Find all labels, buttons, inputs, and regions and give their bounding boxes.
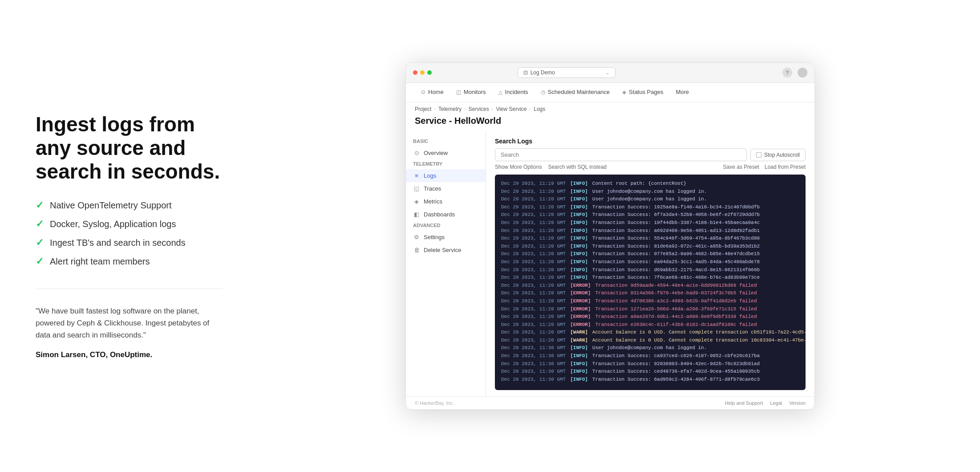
check-icon-3: ✓ xyxy=(36,237,44,248)
log-timestamp: Dec 29 2023, 11:20 GMT xyxy=(501,337,566,345)
log-level: [INFO] xyxy=(569,376,589,384)
log-line: Dec 29 2023, 11:20 GMT[INFO]Transaction … xyxy=(501,227,799,235)
log-timestamp: Dec 29 2023, 11:30 GMT xyxy=(501,344,566,352)
address-expand-icon: ⌄ xyxy=(605,69,610,76)
log-line: Dec 29 2023, 11:20 GMT[ERROR]Transaction… xyxy=(501,289,799,297)
search-bar-row: Stop Autoscroll xyxy=(495,148,806,161)
log-line: Dec 29 2023, 11:20 GMT[INFO]User johndoe… xyxy=(501,195,799,203)
log-timestamp: Dec 29 2023, 11:30 GMT xyxy=(501,352,566,360)
log-message: Transaction Success: 554c946f-3d69-4754-… xyxy=(592,235,760,243)
address-bar[interactable]: ⊡ Log Demo ⌄ xyxy=(518,67,616,78)
autoscroll-label: Stop Autoscroll xyxy=(764,152,800,158)
nav-more-label: More xyxy=(676,89,689,95)
sidebar-item-overview[interactable]: ⊙ Overview xyxy=(406,146,486,159)
log-level: [ERROR] xyxy=(569,297,591,305)
feature-item-1: ✓ Native OpenTelemetry Support xyxy=(36,199,223,211)
overview-icon: ⊙ xyxy=(413,150,420,156)
load-preset-link[interactable]: Load from Preset xyxy=(765,164,806,170)
breadcrumb-project[interactable]: Project xyxy=(415,106,431,112)
log-line: Dec 29 2023, 11:20 GMT[INFO]Transaction … xyxy=(501,243,799,251)
log-line: Dec 29 2023, 11:20 GMT[INFO]Transaction … xyxy=(501,211,799,219)
quote-author: Simon Larsen, CTO, OneUptime. xyxy=(36,350,223,359)
sidebar-telemetry-label: Telemetry xyxy=(406,159,486,169)
breadcrumb-sep-2: › xyxy=(464,106,466,112)
breadcrumb-telemetry[interactable]: Telemetry xyxy=(438,106,462,112)
nav-more[interactable]: More xyxy=(669,83,695,102)
log-line: Dec 29 2023, 11:20 GMT[INFO]Transaction … xyxy=(501,266,799,274)
breadcrumb-sep-3: › xyxy=(492,106,494,112)
log-level: [INFO] xyxy=(569,360,589,368)
log-message: Transaction Success: 7f6cae68-e81c-468e-… xyxy=(592,274,760,282)
log-timestamp: Dec 29 2023, 11:20 GMT xyxy=(501,235,566,243)
log-timestamp: Dec 29 2023, 11:20 GMT xyxy=(501,297,566,305)
right-panel: ⊡ Log Demo ⌄ ? ⊙ Home ◫ Monitors xyxy=(249,53,980,419)
nav-incidents-label: Incidents xyxy=(505,89,528,95)
log-timestamp: Dec 29 2023, 11:30 GMT xyxy=(501,376,566,384)
log-level: [INFO] xyxy=(569,203,589,212)
log-timestamp: Dec 29 2023, 11:20 GMT xyxy=(501,313,566,321)
nav-scheduled[interactable]: ◷ Scheduled Maintenance xyxy=(535,83,616,102)
log-timestamp: Dec 29 2023, 11:20 GMT xyxy=(501,250,566,258)
log-level: [INFO] xyxy=(569,368,589,376)
help-icon[interactable]: ? xyxy=(782,68,792,77)
breadcrumb-logs[interactable]: Logs xyxy=(534,106,545,112)
breadcrumb-services[interactable]: Services xyxy=(469,106,489,112)
log-level: [INFO] xyxy=(569,211,589,219)
sidebar-advanced-label: Advanced xyxy=(406,221,486,231)
browser-window: ⊡ Log Demo ⌄ ? ⊙ Home ◫ Monitors xyxy=(405,62,815,410)
save-preset-link[interactable]: Save as Preset xyxy=(723,164,759,170)
breadcrumb-sep-1: › xyxy=(434,106,436,112)
breadcrumb: Project › Telemetry › Services › View Se… xyxy=(406,102,814,114)
sidebar-item-logs[interactable]: ≡ Logs xyxy=(406,169,486,182)
log-message: User johndoe@company.com has logged in. xyxy=(592,188,707,196)
home-icon: ⊙ xyxy=(421,89,425,95)
log-level: [ERROR] xyxy=(569,289,591,297)
browser-chrome: ⊡ Log Demo ⌄ ? xyxy=(406,63,814,83)
feature-item-4: ✓ Alert right team members xyxy=(36,256,223,267)
sidebar-settings-label: Settings xyxy=(424,234,445,240)
feature-label-2: Docker, Syslog, Application logs xyxy=(50,219,176,229)
log-timestamp: Dec 29 2023, 11:20 GMT xyxy=(501,188,566,196)
log-viewer[interactable]: Dec 29 2023, 11:19 GMT[INFO]Content root… xyxy=(495,175,806,390)
log-message: Transaction 1271ea26-506d-46da-a298-3f69… xyxy=(595,305,757,313)
autoscroll-button[interactable]: Stop Autoscroll xyxy=(750,149,806,161)
avatar-icon[interactable] xyxy=(798,68,807,77)
nav-home-label: Home xyxy=(428,89,444,95)
app-footer: © HackerBay, Inc. Help and Support Legal… xyxy=(406,396,814,409)
log-line: Dec 29 2023, 11:30 GMT[INFO]User johndoe… xyxy=(501,344,799,352)
search-input[interactable] xyxy=(495,148,747,161)
autoscroll-checkbox xyxy=(756,152,761,158)
footer-help-link[interactable]: Help and Support xyxy=(725,400,763,406)
log-line: Dec 29 2023, 11:20 GMT[ERROR]Transaction… xyxy=(501,313,799,321)
log-timestamp: Dec 29 2023, 11:20 GMT xyxy=(501,321,566,329)
nav-status[interactable]: ◈ Status Pages xyxy=(616,83,669,102)
show-more-options-link[interactable]: Show More Options xyxy=(495,164,542,170)
log-timestamp: Dec 29 2023, 11:20 GMT xyxy=(501,211,566,219)
sidebar-item-traces[interactable]: ◱ Traces xyxy=(406,182,486,195)
nav-monitors[interactable]: ◫ Monitors xyxy=(450,83,492,102)
address-bar-text: Log Demo xyxy=(530,69,555,76)
breadcrumb-view-service[interactable]: View Service xyxy=(496,106,526,112)
nav-home[interactable]: ⊙ Home xyxy=(415,83,450,102)
log-message: Transaction Success: 077e85a2-0a96-4682-… xyxy=(592,250,760,258)
log-line: Dec 29 2023, 11:20 GMT[WARN]Account bala… xyxy=(501,337,799,345)
traces-icon: ◱ xyxy=(413,185,420,192)
nav-incidents[interactable]: △ Incidents xyxy=(492,83,535,102)
footer-legal-link[interactable]: Legal xyxy=(770,400,782,406)
left-panel: Ingest logs from any source and search i… xyxy=(0,86,249,386)
log-timestamp: Dec 29 2023, 11:30 GMT xyxy=(501,360,566,368)
log-level: [INFO] xyxy=(569,227,589,235)
log-line: Dec 29 2023, 11:20 GMT[INFO]Transaction … xyxy=(501,250,799,258)
sql-search-link[interactable]: Search with SQL instead xyxy=(548,164,607,170)
footer-version-link[interactable]: Version xyxy=(789,400,806,406)
log-message: Transaction Success: ea04da25-3cc1-4ad5-… xyxy=(592,258,760,266)
app-content: ⊙ Home ◫ Monitors △ Incidents ◷ Schedule… xyxy=(406,83,814,409)
log-timestamp: Dec 29 2023, 11:20 GMT xyxy=(501,274,566,282)
log-timestamp: Dec 29 2023, 11:20 GMT xyxy=(501,266,566,274)
sidebar-item-delete-service[interactable]: 🗑 Delete Service xyxy=(406,244,486,256)
sidebar-item-dashboards[interactable]: ◧ Dashboards xyxy=(406,208,486,221)
log-message: Transaction Success: ced49736-efa7-402d-… xyxy=(592,368,760,376)
nav-status-label: Status Pages xyxy=(629,89,663,95)
sidebar-item-settings[interactable]: ⚙ Settings xyxy=(406,231,486,244)
sidebar-item-metrics[interactable]: ◈ Metrics xyxy=(406,195,486,208)
